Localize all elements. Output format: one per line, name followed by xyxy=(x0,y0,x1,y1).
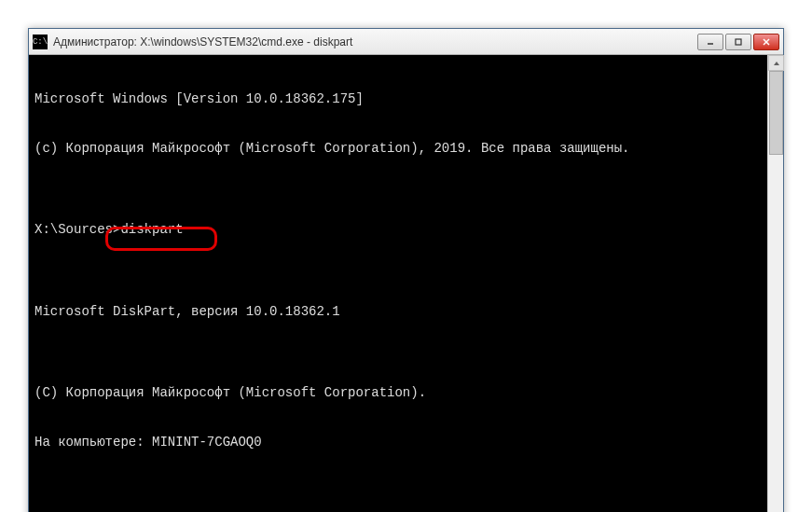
scroll-up-button[interactable] xyxy=(768,55,784,71)
minimize-button[interactable] xyxy=(697,34,723,50)
terminal-line: Microsoft Windows [Version 10.0.18362.17… xyxy=(34,91,778,108)
scrollbar-thumb[interactable] xyxy=(769,71,783,155)
maximize-button[interactable] xyxy=(725,34,751,50)
terminal-line: Microsoft DiskPart, версия 10.0.18362.1 xyxy=(34,304,778,321)
terminal-line: (c) Корпорация Майкрософт (Microsoft Cor… xyxy=(34,141,778,158)
cmd-icon: C:\ xyxy=(33,35,48,49)
window-controls xyxy=(697,34,779,50)
titlebar[interactable]: C:\ Администратор: X:\windows\SYSTEM32\c… xyxy=(29,29,783,55)
terminal-line: На компьютере: MININT-7CGAOQ0 xyxy=(34,435,778,451)
terminal-area[interactable]: Microsoft Windows [Version 10.0.18362.17… xyxy=(29,55,783,512)
svg-rect-1 xyxy=(736,39,741,45)
window-title: Администратор: X:\windows\SYSTEM32\cmd.e… xyxy=(53,35,697,48)
svg-marker-4 xyxy=(774,62,779,65)
vertical-scrollbar[interactable] xyxy=(767,55,783,512)
terminal-line: X:\Sources>diskpart xyxy=(34,222,778,239)
close-button[interactable] xyxy=(753,34,779,50)
terminal-line: (C) Корпорация Майкрософт (Microsoft Cor… xyxy=(34,385,778,402)
cmd-window: C:\ Администратор: X:\windows\SYSTEM32\c… xyxy=(28,28,784,512)
